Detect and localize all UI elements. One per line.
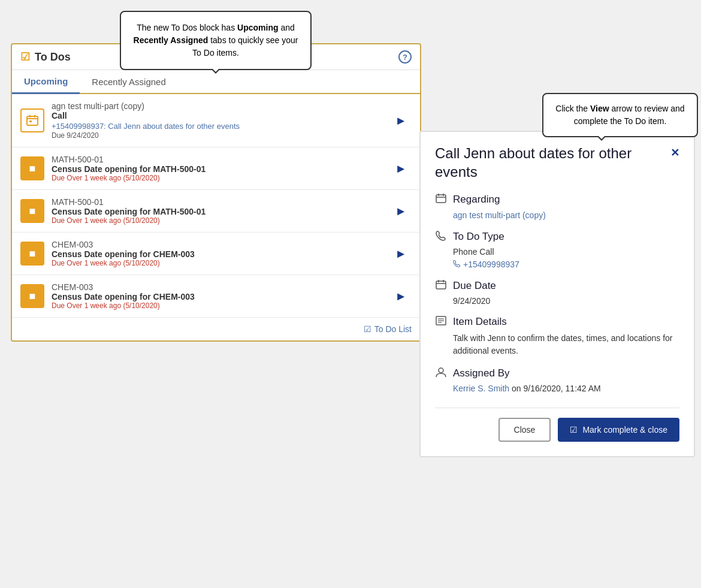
detail-todotype-section: To Do Type Phone Call +15409998937 <box>435 230 679 270</box>
detail-todotype-header: To Do Type <box>435 230 679 243</box>
todo-item-3: ■ MATH-500-01 Census Date opening for MA… <box>12 190 420 233</box>
detail-duedate-header: Due Date <box>435 279 679 293</box>
todo-item-4-title: Census Date opening for CHEM-003 <box>52 249 383 259</box>
tooltip-bold-upcoming: Upcoming <box>237 23 278 32</box>
todo-item-3-course: MATH-500-01 <box>52 197 383 207</box>
detail-panel: Call Jenn about dates for other events ✕… <box>419 131 695 457</box>
assignedby-date: on 9/16/2020, 11:42 AM <box>512 384 601 393</box>
duedate-calendar-icon <box>435 279 447 293</box>
close-button[interactable]: Close <box>498 418 551 442</box>
phone-icon <box>435 230 447 243</box>
detail-assignedby-header: Assigned By <box>435 367 679 380</box>
todo-item-5-course: CHEM-003 <box>52 282 383 292</box>
detail-regarding-header: Regarding <box>435 193 679 206</box>
todo-list-link[interactable]: ☑ To Do List <box>364 324 412 334</box>
todo-icon-square-5: ■ <box>20 284 44 308</box>
mark-complete-check-icon: ☑ <box>570 425 578 435</box>
todo-item-2: ■ MATH-500-01 Census Date opening for MA… <box>12 147 420 190</box>
detail-assignedby-section: Assigned By Kerrie S. Smith on 9/16/2020… <box>435 367 679 393</box>
svg-rect-5 <box>436 195 446 203</box>
detail-itemdetails-section: Item Details Talk with Jenn to confirm t… <box>435 315 679 357</box>
tooltip-view-text-1: Click the <box>555 104 590 113</box>
tab-upcoming[interactable]: Upcoming <box>12 70 80 94</box>
tooltip-text-2: and <box>279 23 295 32</box>
svg-rect-0 <box>27 116 38 125</box>
detail-duedate-label: Due Date <box>453 280 496 292</box>
tooltip-upcoming-info: The new To Dos block has Upcoming and Re… <box>120 11 312 70</box>
detail-duedate-section: Due Date 9/24/2020 <box>435 279 679 306</box>
svg-point-17 <box>439 368 443 373</box>
todo-title-text: To Dos <box>35 51 71 64</box>
todo-item-5-arrow[interactable]: ► <box>390 287 412 306</box>
todo-item-1-content: agn test multi-part (copy) Call +1540999… <box>52 101 383 140</box>
todo-widget: ☑ To Dos ? Upcoming Recently Assigned ag… <box>11 43 421 342</box>
list-icon <box>435 315 447 328</box>
tooltip-text-1: The new To Dos block has <box>137 23 237 32</box>
detail-regarding-section: Regarding agn test multi-part (copy) <box>435 193 679 221</box>
help-icon[interactable]: ? <box>398 50 412 64</box>
todo-item-4-course: CHEM-003 <box>52 240 383 249</box>
tab-recently-assigned[interactable]: Recently Assigned <box>80 70 177 93</box>
todo-item-1-type: Call <box>52 111 383 120</box>
detail-itemdetails-label: Item Details <box>453 316 507 328</box>
tooltip-text-3: tabs to quickly see your To Do items. <box>192 35 298 58</box>
todo-check-icon: ☑ <box>20 50 30 64</box>
detail-phone-link[interactable]: +15409998937 <box>453 260 519 269</box>
todo-icon-square-2: ■ <box>20 156 44 180</box>
assignedby-name: Kerrie S. Smith <box>453 384 509 393</box>
todo-item-1: agn test multi-part (copy) Call +1540999… <box>12 94 420 147</box>
detail-regarding-link[interactable]: agn test multi-part (copy) <box>453 210 546 220</box>
todo-item-5-content: CHEM-003 Census Date opening for CHEM-00… <box>52 282 383 310</box>
todo-item-1-arrow[interactable]: ► <box>390 111 412 130</box>
tooltip-view-arrow: Click the View arrow to review and compl… <box>542 93 698 137</box>
detail-itemdetails-text: Talk with Jenn to confirm the dates, tim… <box>453 332 679 357</box>
todo-item-4-content: CHEM-003 Census Date opening for CHEM-00… <box>52 240 383 267</box>
todo-item-2-due: Due Over 1 week ago (5/10/2020) <box>52 174 383 182</box>
todo-item-3-arrow[interactable]: ► <box>390 202 412 221</box>
detail-regarding-label: Regarding <box>453 194 500 206</box>
detail-itemdetails-header: Item Details <box>435 315 679 328</box>
todo-list-icon: ☑ <box>364 324 371 334</box>
detail-title: Call Jenn about dates for other events <box>435 144 663 181</box>
todo-item-2-title: Census Date opening for MATH-500-01 <box>52 164 383 174</box>
tooltip-view-bold: View <box>590 104 609 113</box>
todo-item-5-title: Census Date opening for CHEM-003 <box>52 292 383 301</box>
detail-duedate-value: 9/24/2020 <box>453 296 679 306</box>
todo-icon-calendar-1 <box>20 108 44 132</box>
todo-icon-square-4: ■ <box>20 242 44 266</box>
tooltip-bold-recently: Recently Assigned <box>134 35 209 45</box>
detail-assignedby-link[interactable]: Kerrie S. Smith <box>453 384 509 393</box>
todo-icon-square-3: ■ <box>20 199 44 223</box>
svg-rect-9 <box>436 281 446 289</box>
detail-assignedby-label: Assigned By <box>453 367 510 379</box>
todo-item-2-arrow[interactable]: ► <box>390 159 412 178</box>
detail-actions: Close ☑ Mark complete & close <box>435 408 679 442</box>
todo-item-1-course: agn test multi-part (copy) <box>52 101 383 111</box>
todo-item-1-link[interactable]: +15409998937: Call Jenn about dates for … <box>52 122 240 131</box>
todo-item-3-title: Census Date opening for MATH-500-01 <box>52 207 383 216</box>
todo-item-4-due: Due Over 1 week ago (5/10/2020) <box>52 259 383 267</box>
todo-item-5: ■ CHEM-003 Census Date opening for CHEM-… <box>12 275 420 318</box>
detail-todotype-value: Phone Call <box>453 247 679 257</box>
svg-rect-4 <box>29 120 32 122</box>
todo-item-3-due: Due Over 1 week ago (5/10/2020) <box>52 216 383 225</box>
todo-item-2-content: MATH-500-01 Census Date opening for MATH… <box>52 155 383 182</box>
detail-assignedby-value: Kerrie S. Smith on 9/16/2020, 11:42 AM <box>453 384 679 393</box>
todo-footer: ☑ To Do List <box>12 318 420 340</box>
todo-item-4-arrow[interactable]: ► <box>390 245 412 263</box>
person-icon <box>435 367 447 380</box>
todo-item-1-due: Due 9/24/2020 <box>52 131 383 140</box>
mark-complete-label: Mark complete & close <box>582 425 667 435</box>
detail-close-icon[interactable]: ✕ <box>670 146 679 159</box>
todo-item-3-content: MATH-500-01 Census Date opening for MATH… <box>52 197 383 225</box>
todo-title: ☑ To Dos <box>20 50 71 64</box>
calendar-icon <box>435 193 447 206</box>
mark-complete-button[interactable]: ☑ Mark complete & close <box>558 418 679 442</box>
todo-item-5-due: Due Over 1 week ago (5/10/2020) <box>52 301 383 310</box>
detail-todotype-label: To Do Type <box>453 231 504 243</box>
detail-phone-number: +15409998937 <box>463 260 519 269</box>
phone-small-icon <box>453 260 461 269</box>
todo-item-4: ■ CHEM-003 Census Date opening for CHEM-… <box>12 233 420 275</box>
todo-item-2-course: MATH-500-01 <box>52 155 383 164</box>
todo-list-label: To Do List <box>374 324 412 334</box>
